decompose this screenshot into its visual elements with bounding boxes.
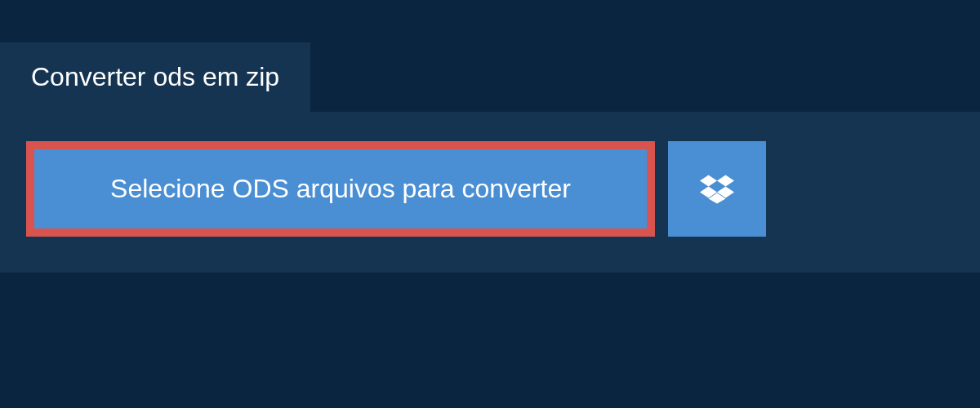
- dropbox-icon: [700, 172, 734, 206]
- select-files-button[interactable]: Selecione ODS arquivos para converter: [26, 141, 655, 237]
- button-row: Selecione ODS arquivos para converter: [26, 141, 954, 237]
- select-files-label: Selecione ODS arquivos para converter: [110, 174, 571, 204]
- dropbox-button[interactable]: [668, 141, 766, 237]
- tab-label: Converter ods em zip: [31, 62, 279, 91]
- tab-converter[interactable]: Converter ods em zip: [0, 42, 310, 112]
- converter-panel: Selecione ODS arquivos para converter: [0, 112, 980, 273]
